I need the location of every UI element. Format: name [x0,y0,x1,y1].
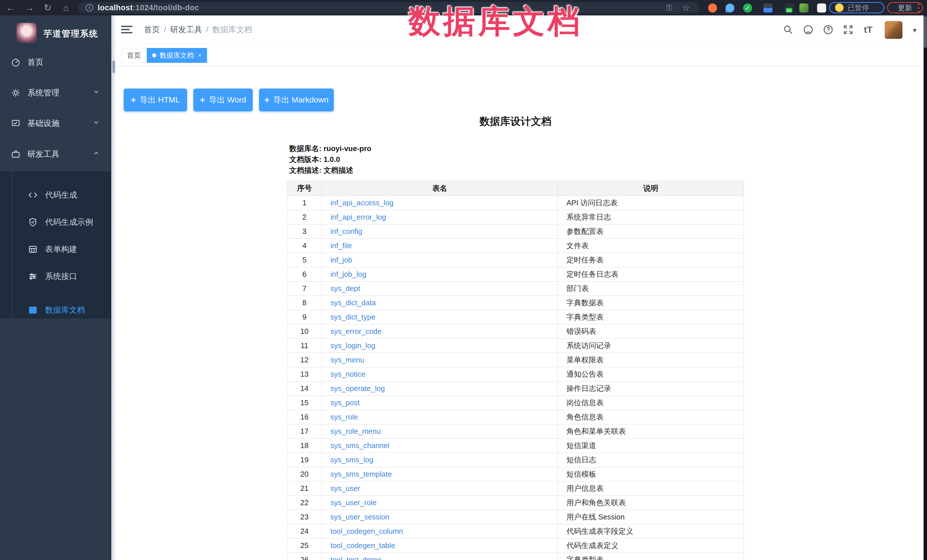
table-name-link[interactable]: sys_dict_type [330,313,375,321]
table-desc-cell: API 访问日志表 [558,196,744,210]
sidebar-item-system-api[interactable]: 系统接口 [0,269,111,284]
github-icon[interactable] [799,21,818,39]
extension-icon-6[interactable] [799,3,808,12]
sidebar-item-code-example[interactable]: 代码生成示例 [0,214,111,230]
table-desc-cell: 用户在线 Session [558,510,744,524]
row-number: 25 [287,539,322,553]
table-desc-cell: 短信日志 [558,453,744,467]
sidebar-item-code-generation[interactable]: 代码生成 [0,187,111,203]
search-icon[interactable] [779,21,797,39]
col-header-name: 表名 [322,181,558,196]
help-icon[interactable] [819,21,837,39]
home-icon[interactable]: ⌂ [58,0,74,15]
sidebar-item-db-doc[interactable]: 数据库文档 [0,302,111,318]
sidebar-item-dev-tools[interactable]: 研发工具 [0,146,111,162]
browser-menu-dots-icon[interactable] [917,3,920,12]
table-name-link[interactable]: sys_role [330,413,358,421]
bookmark-star-icon[interactable]: ☆ [682,3,690,13]
sidebar-collapse-icon[interactable] [121,24,132,35]
table-name-link[interactable]: sys_notice [330,370,366,378]
scrollbar-thumb-fragment[interactable] [112,61,115,73]
extension-icon-2[interactable] [725,3,734,12]
paused-label: 已暂停 [848,3,869,12]
table-row: 14sys_operate_log操作日志记录 [287,381,744,396]
scrollbar-thumb[interactable] [924,16,927,48]
fullscreen-icon[interactable] [839,21,857,39]
export-html-button[interactable]: + 导出 HTML [124,88,187,111]
table-name-link[interactable]: sys_dept [330,284,360,293]
table-desc-cell: 角色信息表 [558,410,744,424]
back-icon[interactable]: ← [3,0,18,15]
table-name-link[interactable]: sys_sms_log [330,455,373,464]
url-path: :1024/tool/db-doc [133,3,199,12]
table-name-link[interactable]: sys_user_session [330,513,389,521]
table-name-link[interactable]: sys_login_log [330,341,375,350]
table-header-row: 序号 表名 说明 [287,181,744,196]
table-name-link[interactable]: inf_api_access_log [330,199,394,207]
password-key-icon[interactable]: ⚿ [666,3,672,12]
sidebar-item-system[interactable]: 系统管理 [0,85,111,101]
url-bar[interactable]: i localhost:1024/tool/db-doc ⚿ ☆ [78,2,700,14]
table-desc-cell: 定时任务日志表 [558,267,744,282]
sidebar-item-home[interactable]: 首页 [0,54,111,70]
table-name-link[interactable]: sys_sms_template [330,470,392,478]
user-menu-caret-icon[interactable]: ▼ [912,27,918,34]
row-number: 18 [287,439,322,453]
table-name-link[interactable]: inf_config [330,227,362,235]
table-name-link[interactable]: sys_sms_channel [330,441,389,450]
extension-icon-3[interactable]: ✓ [743,3,752,12]
table-name-link[interactable]: tool_codegen_table [330,541,395,550]
export-word-button[interactable]: + 导出 Word [193,88,253,111]
export-markdown-button[interactable]: + 导出 Markdown [259,88,334,111]
table-name-link[interactable]: sys_operate_log [330,384,385,393]
table-row: 5inf_job定时任务表 [287,253,744,267]
table-name-link[interactable]: tool_test_demo [330,555,381,560]
table-name-cell: sys_user_session [322,510,558,524]
page-scrollbar[interactable] [924,15,927,560]
paused-badge[interactable]: 已暂停 [829,2,884,14]
table-name-link[interactable]: sys_user [330,484,360,493]
table-name-cell: sys_operate_log [322,381,558,396]
table-name-cell: sys_login_log [322,339,558,353]
row-number: 17 [287,424,322,439]
row-number: 7 [287,282,322,296]
table-name-link[interactable]: inf_job_log [330,270,366,278]
table-row: 10sys_error_code错误码表 [287,325,744,339]
extension-icon-5[interactable]: on [784,3,794,12]
table-name-link[interactable]: sys_post [330,398,360,407]
avatar[interactable] [885,21,903,39]
sidebar-item-form-builder[interactable]: 表单构建 [0,241,111,257]
table-name-link[interactable]: sys_dict_data [330,298,376,307]
table-name-link[interactable]: inf_file [330,241,352,250]
table-row: 20sys_sms_template短信模板 [287,467,744,481]
table-name-link[interactable]: inf_api_error_log [330,213,386,221]
reload-icon[interactable]: ↻ [40,0,55,15]
extension-icon-4[interactable] [763,3,772,12]
tag-home[interactable]: 首页 [122,48,146,63]
tag-db-doc[interactable]: 数据库文档 × [147,48,207,63]
row-number: 3 [287,225,322,239]
close-tag-icon[interactable]: × [198,52,202,59]
breadcrumb-dev-tools[interactable]: 研发工具 [170,24,202,35]
table-name-link[interactable]: sys_error_code [330,327,381,335]
table-desc-cell: 代码生成表字段定义 [558,524,744,539]
table-name-link[interactable]: sys_menu [330,355,365,364]
table-desc-cell: 操作日志记录 [558,381,744,396]
forward-icon[interactable]: → [22,0,37,15]
breadcrumb-home[interactable]: 首页 [144,24,160,35]
col-header-no: 序号 [287,181,322,196]
table-name-link[interactable]: sys_user_role [330,498,377,507]
sidebar-item-label: 表单构建 [45,244,77,255]
site-info-icon[interactable]: i [86,4,93,11]
table-row: 21sys_user用户信息表 [287,481,744,496]
table-name-link[interactable]: inf_job [330,256,353,264]
table-name-link[interactable]: sys_role_menu [330,427,381,436]
extension-icon-1[interactable] [708,3,717,12]
extensions-puzzle-icon[interactable] [817,3,826,12]
font-size-icon[interactable]: tT [859,21,877,39]
row-number: 22 [287,496,322,510]
sidebar-item-infrastructure[interactable]: 基础设施 [0,115,111,131]
table-name-link[interactable]: tool_codegen_column [330,527,403,536]
meta-line-desc: 文档描述: 文档描述 [289,165,371,176]
button-label: 导出 HTML [140,94,180,105]
